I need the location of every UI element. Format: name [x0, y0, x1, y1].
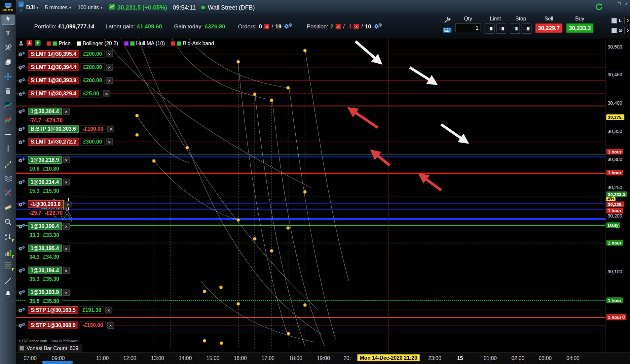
order-label[interactable]: 1@30,304.4: [28, 108, 62, 115]
order-label[interactable]: S:LMT 1@30,272.2: [28, 138, 79, 146]
order-label[interactable]: 1@30,196.4: [28, 222, 62, 230]
cross-tool-icon[interactable]: [2, 187, 15, 199]
chart-tool-icon[interactable]: [2, 99, 15, 111]
close-order-icon[interactable]: ×: [106, 77, 113, 84]
order-label[interactable]: 1@30,195.4: [28, 245, 62, 252]
sell-price-button[interactable]: 30,229.7: [535, 23, 563, 33]
order-label[interactable]: 1@30,218.9: [28, 156, 62, 164]
stop-sell-button[interactable]: ↓: [522, 23, 532, 34]
order-settings-gears-icon[interactable]: [18, 289, 27, 295]
tools-tool-icon[interactable]: [2, 41, 15, 53]
maximize-button[interactable]: □: [618, 1, 621, 6]
close-short-icon[interactable]: ×: [354, 24, 359, 29]
buy-shortcut-icon[interactable]: [35, 40, 41, 47]
waves-tool-icon[interactable]: [2, 173, 15, 184]
close-long-icon[interactable]: ×: [335, 24, 341, 29]
zoom-tool-icon[interactable]: [2, 216, 15, 228]
duplicate-tool-icon[interactable]: [2, 56, 15, 68]
order-settings-gears-icon[interactable]: [18, 157, 27, 163]
minimize-button[interactable]: –: [611, 1, 614, 6]
grid-tool-icon[interactable]: F: [2, 260, 15, 272]
order-settings-gears-icon[interactable]: [18, 307, 27, 313]
order-label[interactable]: S:STP 1@30,068.9: [28, 321, 78, 329]
price-axis[interactable]: 30,50030,45030,40030,375.30,3501 hour30,…: [606, 39, 630, 352]
order-settings-gears-icon[interactable]: [18, 267, 27, 273]
order-settings-gears-icon[interactable]: [18, 201, 27, 207]
stop-buy-button[interactable]: ↑: [510, 23, 520, 34]
order-settings-gears-icon[interactable]: [18, 179, 27, 185]
sell-shortcut-icon[interactable]: [26, 40, 32, 47]
close-order-icon[interactable]: ×: [103, 90, 110, 97]
close-button[interactable]: ×: [625, 1, 628, 6]
close-order-icon[interactable]: ×: [107, 126, 114, 133]
position-settings-icon[interactable]: [373, 22, 383, 30]
order-label[interactable]: -1@30,203.6: [28, 200, 63, 208]
orders-settings-icon[interactable]: [283, 22, 293, 30]
order-settings-gears-icon[interactable]: [18, 126, 27, 132]
horizontal-scrollbar-thumb[interactable]: [42, 361, 73, 364]
order-settings-gears-icon[interactable]: [18, 108, 27, 115]
close-order-icon[interactable]: ×: [63, 267, 70, 274]
order-label[interactable]: B:STP 1@30,303.6: [28, 125, 79, 133]
order-settings-gears-icon[interactable]: [18, 245, 27, 251]
order-label[interactable]: 1@30,193.9: [28, 288, 62, 296]
trader-icon[interactable]: [19, 40, 24, 47]
hline-tool-icon[interactable]: [2, 128, 15, 140]
close-order-icon[interactable]: ×: [106, 64, 113, 71]
limit-buy-button[interactable]: ↑: [485, 23, 495, 34]
timeframe-dropdown[interactable]: 5 minutes ▾: [45, 4, 71, 10]
legend-item[interactable]: Price: [47, 41, 71, 47]
zigzag-tool-icon[interactable]: [2, 114, 15, 125]
order-settings-gears-icon[interactable]: [18, 90, 27, 97]
close-order-icon[interactable]: ×: [63, 156, 70, 163]
stop-distance-input[interactable]: 20: [624, 27, 630, 34]
close-order-icon[interactable]: ×: [107, 322, 114, 329]
order-label[interactable]: 1@30,194.4: [28, 267, 62, 274]
close-order-icon[interactable]: ×: [63, 223, 70, 230]
qty-input[interactable]: 1: [455, 23, 481, 32]
stop-distance-checkbox[interactable]: [611, 28, 617, 33]
move-tool-icon[interactable]: [2, 71, 15, 83]
close-order-icon[interactable]: ×: [105, 307, 112, 314]
fib-tool-icon[interactable]: [2, 158, 15, 170]
trend-tool-icon[interactable]: [2, 275, 15, 287]
order-settings-gears-icon[interactable]: [18, 77, 27, 83]
text-tool-icon[interactable]: T: [2, 27, 15, 39]
cancel-orders-icon[interactable]: ×: [264, 24, 270, 29]
wrench-icon[interactable]: [444, 17, 451, 25]
order-label[interactable]: 1@30,214.4: [28, 178, 62, 186]
close-order-icon[interactable]: ×: [106, 50, 113, 57]
order-settings-gears-icon[interactable]: [18, 139, 27, 145]
close-order-icon[interactable]: ×: [65, 201, 72, 208]
symbol-dropdown[interactable]: DJI ▾: [26, 4, 38, 10]
limit-sell-button[interactable]: ↓: [496, 23, 506, 34]
close-order-icon[interactable]: ×: [63, 289, 70, 296]
buy-price-button[interactable]: 30,233.3: [566, 23, 594, 33]
pointer-tool-icon[interactable]: [2, 13, 15, 25]
refresh-icon[interactable]: [595, 2, 604, 13]
order-label[interactable]: S:LMT 1@30,329.4: [28, 90, 79, 97]
limit-distance-input[interactable]: 20: [624, 17, 630, 24]
delete-tool-icon[interactable]: [2, 85, 15, 97]
close-order-icon[interactable]: ×: [63, 245, 70, 252]
units-dropdown[interactable]: 100 units ▾: [78, 4, 102, 10]
close-order-icon[interactable]: ×: [63, 108, 70, 115]
legend-item[interactable]: Bid-Ask band: [171, 41, 214, 47]
vline-tool-icon[interactable]: [2, 143, 15, 154]
ruler-tool-icon[interactable]: [2, 202, 15, 214]
time-axis[interactable]: 07:0009:0011:0012:0013:0014:0015:0016:00…: [16, 352, 630, 364]
keyboard-icon[interactable]: [443, 27, 452, 35]
close-order-icon[interactable]: ×: [63, 179, 70, 185]
order-settings-gears-icon[interactable]: [18, 64, 27, 70]
legend-item[interactable]: Bollinger (20 2): [77, 41, 118, 47]
info-icon[interactable]: i: [19, 2, 24, 7]
order-label[interactable]: S:LMT 1@30,394.4: [28, 63, 79, 71]
order-settings-gears-icon[interactable]: [18, 51, 27, 57]
sortaz-tool-icon[interactable]: AZF: [2, 231, 15, 243]
close-order-icon[interactable]: ×: [106, 139, 113, 146]
order-settings-gears-icon[interactable]: [18, 223, 27, 229]
bars-tool-icon[interactable]: F: [2, 247, 15, 259]
alarm-tool-icon[interactable]: [2, 288, 15, 300]
order-label[interactable]: S:STP 1@30,163.5: [28, 306, 78, 314]
order-settings-gears-icon[interactable]: [18, 322, 27, 328]
